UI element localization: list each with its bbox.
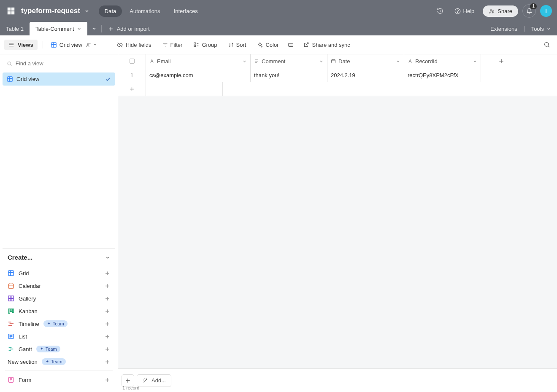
base-title-chevron-icon[interactable]	[82, 8, 92, 13]
sort-button[interactable]: Sort	[224, 40, 251, 50]
column-menu-icon[interactable]	[473, 59, 477, 64]
add-column-button[interactable]	[481, 54, 522, 68]
view-entry-grid[interactable]: Grid view	[3, 72, 115, 86]
app-logo-icon[interactable]	[5, 5, 17, 17]
column-comment-label: Comment	[262, 58, 285, 64]
create-new-section[interactable]: New section Team	[3, 355, 114, 368]
tab-table1[interactable]: Table 1	[0, 22, 30, 35]
tab-table-comment[interactable]: Table-Comment	[30, 22, 87, 35]
tools-button[interactable]: Tools	[525, 22, 557, 35]
sparkle-icon	[47, 322, 51, 326]
column-menu-icon[interactable]	[242, 59, 247, 64]
chevron-down-icon[interactable]	[93, 42, 97, 47]
help-button[interactable]: Help	[450, 5, 479, 17]
tab-table-comment-chevron-icon[interactable]	[77, 27, 81, 31]
svg-rect-10	[8, 77, 12, 81]
find-view-input[interactable]	[16, 60, 111, 67]
new-row[interactable]	[118, 82, 557, 96]
calendar-icon	[8, 282, 14, 289]
filter-button[interactable]: Filter	[158, 40, 187, 50]
row-height-icon	[288, 42, 294, 48]
column-email[interactable]: Email	[146, 54, 251, 68]
add-dropdown-label: Add...	[151, 377, 166, 384]
create-list[interactable]: List	[3, 330, 114, 343]
avatar[interactable]: I	[540, 5, 552, 17]
tab-overflow-chevron-icon[interactable]	[87, 22, 101, 35]
column-menu-icon[interactable]	[319, 59, 324, 64]
kanban-icon	[8, 308, 14, 314]
select-all-checkbox[interactable]	[118, 54, 146, 68]
share-button[interactable]: Share	[483, 5, 518, 17]
find-view-input-wrap[interactable]	[3, 57, 115, 70]
table-row[interactable]: 1 cs@example.com thank you! 2024.2.19 re…	[118, 68, 557, 82]
external-icon	[303, 42, 309, 48]
column-comment[interactable]: Comment	[251, 54, 327, 68]
notification-badge: 1	[530, 3, 537, 9]
create-timeline[interactable]: Timeline Team	[3, 317, 114, 330]
sparkle-icon	[45, 360, 49, 364]
create-gantt[interactable]: Gantt Team	[3, 343, 114, 355]
create-calendar[interactable]: Calendar	[3, 279, 114, 292]
create-kanban[interactable]: Kanban	[3, 305, 114, 317]
create-section-toggle[interactable]: Create...	[3, 248, 115, 266]
history-icon[interactable]	[434, 5, 446, 17]
add-or-import-button[interactable]: Add or import	[102, 22, 156, 35]
nav-automations[interactable]: Automations	[124, 5, 166, 17]
grid-icon	[8, 270, 14, 277]
row-height-button[interactable]	[285, 40, 297, 50]
tab-table-comment-label: Table-Comment	[35, 26, 74, 32]
chevron-down-icon	[546, 27, 551, 31]
team-chip: Team	[42, 358, 66, 365]
share-label: Share	[498, 8, 512, 14]
plus-icon	[498, 58, 504, 64]
active-view-label: Grid view	[59, 42, 82, 48]
hide-fields-label: Hide fields	[126, 42, 151, 48]
gantt-icon	[8, 346, 14, 352]
add-row-inline[interactable]	[118, 82, 146, 96]
notifications-button[interactable]: 1	[522, 4, 536, 18]
base-title[interactable]: typeform-request	[21, 7, 80, 15]
help-label: Help	[463, 8, 475, 14]
plus-icon	[105, 334, 110, 339]
svg-rect-16	[11, 299, 14, 301]
long-text-icon	[254, 59, 259, 64]
grid-icon	[51, 42, 57, 48]
svg-rect-14	[11, 296, 14, 298]
group-button[interactable]: Group	[189, 40, 221, 50]
create-form[interactable]: Form	[3, 373, 114, 386]
cell-recordid[interactable]: rectrQEy8XPM2cFfX	[404, 68, 481, 82]
share-sync-button[interactable]: Share and sync	[299, 40, 354, 50]
row-number[interactable]: 1	[118, 68, 146, 82]
cell-date[interactable]: 2024.2.19	[327, 68, 404, 82]
create-list-label: List	[19, 333, 27, 340]
nav-interfaces[interactable]: Interfaces	[168, 5, 204, 17]
column-menu-icon[interactable]	[396, 59, 400, 64]
people-icon[interactable]	[86, 42, 91, 48]
create-gantt-label: Gantt	[19, 346, 32, 352]
create-grid[interactable]: Grid	[3, 267, 114, 279]
record-count: 1 record	[122, 385, 139, 390]
views-panel-toggle[interactable]: Views	[4, 40, 38, 50]
cell-email[interactable]: cs@example.com	[146, 68, 251, 82]
create-gallery[interactable]: Gallery	[3, 292, 114, 305]
hide-fields-button[interactable]: Hide fields	[113, 40, 156, 50]
plus-icon	[108, 26, 114, 32]
add-dropdown-button[interactable]: Add...	[137, 374, 171, 387]
extensions-button[interactable]: Extensions	[484, 22, 523, 35]
text-a-icon	[408, 59, 413, 64]
list-icon	[8, 333, 14, 340]
plus-icon	[105, 359, 110, 365]
svg-rect-12	[8, 284, 14, 288]
plus-icon	[129, 86, 135, 92]
group-label: Group	[202, 42, 217, 48]
cell-comment[interactable]: thank you!	[251, 68, 327, 82]
tools-label: Tools	[531, 26, 544, 32]
active-view-pill[interactable]: Grid view	[48, 40, 100, 50]
color-button[interactable]: Color	[253, 40, 283, 50]
search-button[interactable]	[541, 39, 553, 51]
plus-icon	[105, 271, 110, 276]
column-date[interactable]: Date	[327, 54, 404, 68]
column-recordid[interactable]: RecordId	[404, 54, 481, 68]
nav-data[interactable]: Data	[99, 5, 122, 17]
add-record-button[interactable]	[122, 374, 134, 387]
